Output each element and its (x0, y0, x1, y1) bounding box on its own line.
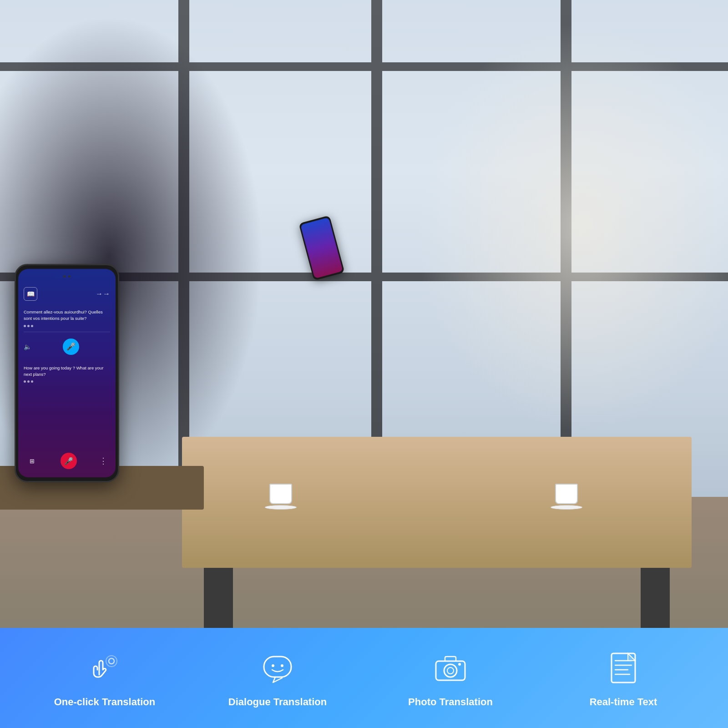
phone-bottom-bar: ⊞ 🎤 ⋮ (24, 449, 110, 473)
feature-bar: One-click Translation Dialogue Translati… (0, 628, 728, 728)
document-icon (605, 650, 642, 686)
phone-ui-content: 📖 →→ Comment allez-vous auiourdhui? Quel… (18, 269, 116, 477)
svg-point-8 (458, 663, 461, 666)
feature-dialogue-translation: Dialogue Translation (191, 647, 364, 709)
microphone-button[interactable]: 🎤 (63, 339, 79, 355)
dialogue-icon-wrap (257, 647, 298, 688)
feature-one-click-translation: One-click Translation (18, 647, 191, 709)
french-text: Comment allez-vous auiourdhui? Quelles s… (24, 309, 110, 322)
phone-screen: 📖 →→ Comment allez-vous auiourdhui? Quel… (18, 269, 116, 477)
photo-icon-wrap (430, 647, 471, 688)
svg-point-0 (109, 658, 114, 664)
realtime-icon-wrap (603, 647, 644, 688)
french-text-block: Comment allez-vous auiourdhui? Quelles s… (24, 304, 110, 332)
volume-icon[interactable]: 🔈 (24, 343, 31, 350)
english-text: How are you going today ? What are your … (24, 365, 110, 378)
record-button[interactable]: 🎤 (61, 453, 77, 469)
audio-controls: 🔈 🎤 (24, 336, 110, 358)
english-text-block: How are you going today ? What are your … (24, 361, 110, 387)
camera-icon (432, 650, 469, 686)
svg-point-3 (272, 664, 274, 667)
one-click-label: One-click Translation (54, 696, 156, 709)
svg-point-4 (281, 664, 283, 667)
arrow-icon: →→ (96, 290, 110, 298)
typing-dots (24, 325, 110, 327)
dialogue-label: Dialogue Translation (228, 696, 327, 709)
one-click-icon-wrap (84, 647, 125, 688)
book-icon: 📖 (27, 290, 35, 298)
translation-icon: 📖 (24, 287, 37, 301)
grid-icon[interactable]: ⊞ (25, 455, 38, 467)
main-phone-device: 📖 →→ Comment allez-vous auiourdhui? Quel… (15, 264, 119, 482)
svg-point-6 (444, 664, 457, 677)
cup-left (269, 484, 297, 510)
phone-top-bar: 📖 →→ (24, 287, 110, 301)
feature-photo-translation: Photo Translation (364, 647, 537, 709)
camera-dot (63, 275, 66, 278)
photo-label: Photo Translation (408, 696, 493, 709)
camera-dot-2 (68, 275, 71, 278)
feature-realtime-text: Real-time Text (537, 647, 710, 709)
more-options-icon[interactable]: ⋮ (99, 456, 108, 466)
svg-point-1 (106, 656, 117, 667)
svg-point-7 (447, 667, 454, 674)
hand-touch-icon (86, 650, 123, 686)
realtime-label: Real-time Text (590, 696, 657, 709)
table-surface (182, 437, 692, 568)
cup-right (555, 484, 582, 510)
svg-rect-2 (264, 657, 291, 677)
typing-dots-2 (24, 380, 110, 383)
phone-notch (53, 274, 81, 278)
chat-bubble-icon (259, 650, 296, 686)
